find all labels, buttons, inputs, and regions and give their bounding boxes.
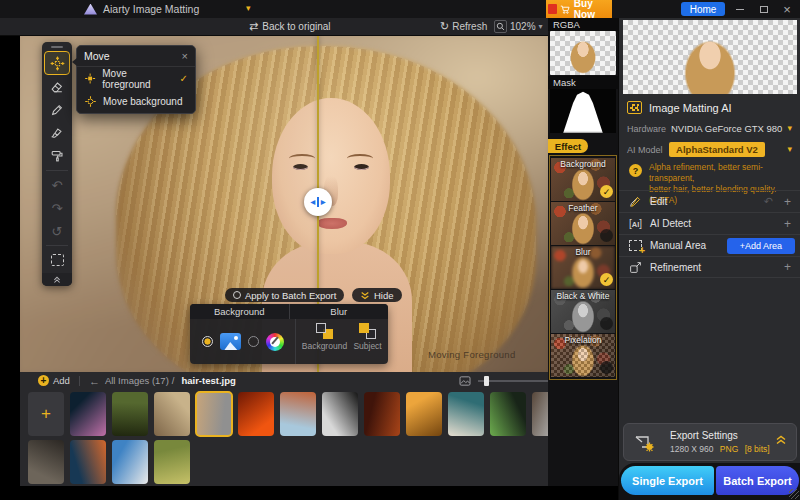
effect-item-background[interactable]: Background✓ (551, 158, 615, 201)
hide-panel-button[interactable]: Hide (352, 288, 402, 302)
move-tool-button[interactable] (44, 51, 70, 75)
edit-expand-icon[interactable] (784, 195, 791, 209)
mask-thumbnail[interactable] (550, 89, 616, 133)
app-menu-caret-icon[interactable]: ▾ (246, 3, 251, 13)
section-refinement[interactable]: Refinement (619, 256, 800, 278)
hardware-row: Hardware NVIDIA GeForce GTX 980 ▾ (619, 121, 800, 139)
breadcrumb-all-images[interactable]: All Images (17) (105, 375, 169, 386)
toolbar-drag-handle[interactable] (51, 46, 63, 48)
effect-item-feather[interactable]: Feather (551, 202, 615, 245)
undo-button[interactable]: ↶ (44, 174, 70, 196)
thumbnail-bicycle[interactable] (112, 392, 148, 436)
effect-checked-icon[interactable]: ✓ (600, 273, 613, 286)
effect-item-blur[interactable]: Blur✓ (551, 246, 615, 289)
resize-grip-icon[interactable] (789, 489, 799, 499)
ai-model-caret-icon[interactable]: ▾ (787, 144, 792, 154)
main-canvas[interactable]: ◂ ▸ ↶ ↷ (20, 36, 548, 372)
redo-icon: ↷ (52, 202, 63, 215)
compare-slider-handle[interactable]: ◂ ▸ (304, 188, 332, 216)
popup-close-icon[interactable]: × (182, 50, 188, 62)
back-to-original-button[interactable]: ⇄ Back to original (249, 20, 331, 33)
redo-button[interactable]: ↷ (44, 197, 70, 219)
rgba-thumbnail[interactable] (550, 31, 616, 75)
hardware-caret-icon[interactable]: ▾ (787, 123, 792, 133)
thumbnail-blue-orange-silhouette[interactable] (70, 440, 106, 484)
collapse-toolbar-button[interactable] (42, 273, 72, 286)
apply-to-batch-label: Apply to Batch Export (245, 290, 336, 301)
effect-unchecked-icon[interactable] (600, 317, 613, 330)
ai-detect-expand-icon[interactable] (784, 217, 791, 231)
thumbnail-jellyfish[interactable] (70, 392, 106, 436)
thumbnail-redhead-blue-shirt[interactable] (280, 392, 316, 436)
add-area-button[interactable]: +Add Area (727, 238, 795, 254)
add-image-icon[interactable]: + (38, 375, 49, 386)
background-color-radio[interactable] (248, 336, 259, 347)
thumbnail-green-necklace[interactable] (490, 392, 526, 436)
add-image-tile[interactable]: + (28, 392, 64, 436)
result-preview[interactable] (623, 20, 797, 94)
mode-watermark: Moving Foreground (428, 349, 515, 360)
eraser-tool-button[interactable] (44, 76, 70, 98)
apply-to-batch-button[interactable]: Apply to Batch Export (225, 288, 344, 302)
effect-label: Pixelation (551, 335, 615, 345)
zoom-control[interactable]: 102% ▾ (494, 20, 543, 33)
blur-subject-option[interactable]: Subject (353, 323, 381, 351)
marquee-tool-button[interactable] (44, 249, 70, 271)
roller-tool-button[interactable] (44, 145, 70, 167)
file-browser-header: + Add ← All Images (17) / hair-test.jpg (20, 372, 618, 389)
effect-label: Background (551, 159, 615, 169)
thumbnail-spider-web[interactable] (154, 440, 190, 484)
reset-button[interactable]: ↺ (44, 220, 70, 242)
close-button[interactable]: × (780, 2, 794, 16)
batch-export-button[interactable]: Batch Export (716, 466, 799, 495)
home-button[interactable]: Home (681, 2, 725, 16)
edit-undo-icon[interactable]: ↶ (764, 195, 773, 208)
background-image-icon[interactable] (220, 333, 241, 350)
thumbnail-dark-fire-scene[interactable] (364, 392, 400, 436)
thumbnail-floral-woman[interactable] (154, 392, 190, 436)
thumbnail-room-scene[interactable] (28, 440, 64, 484)
buy-now-button[interactable]: Buy Now (546, 0, 612, 18)
refinement-expand-icon[interactable] (784, 260, 791, 274)
thumbnail-golden-cat[interactable] (406, 392, 442, 436)
thumbnail-skateboarder[interactable] (112, 440, 148, 484)
export-size: 1280 X 960 (670, 444, 713, 454)
hardware-value[interactable]: NVIDIA GeForce GTX 980 (671, 123, 782, 134)
blur-background-option[interactable]: Background (302, 323, 347, 351)
app-window: Aiarty Image Matting ▾ Buy Now Home × ⇄ … (0, 0, 800, 500)
minimize-button[interactable] (733, 2, 747, 16)
effect-unchecked-icon[interactable] (600, 361, 613, 374)
section-manual-area[interactable]: Manual Area +Add Area (619, 234, 800, 256)
refresh-button[interactable]: ↻ Refresh (440, 20, 487, 33)
export-settings-box[interactable]: Export Settings 1280 X 960 PNG [8 bits] (623, 423, 797, 461)
effect-item-bw[interactable]: Black & White (551, 290, 615, 333)
image-grid: + (28, 392, 612, 484)
ai-model-value[interactable]: AlphaStandard V2 (669, 142, 765, 157)
effect-item-pixel[interactable]: Pixelation (551, 334, 615, 377)
right-panel: Image Matting AI Hardware NVIDIA GeForce… (618, 18, 800, 500)
effect-tab[interactable]: Effect (548, 139, 588, 153)
back-arrow-icon[interactable]: ← (89, 375, 100, 387)
background-image-radio[interactable] (202, 336, 213, 347)
thumbnail-hair-test[interactable] (196, 392, 232, 436)
help-icon (629, 164, 642, 177)
section-ai-detect[interactable]: AI AI Detect (619, 212, 800, 234)
marquee-icon (51, 254, 64, 266)
maximize-button[interactable] (757, 2, 771, 16)
color-picker-icon[interactable] (266, 333, 284, 351)
menu-item-move-foreground[interactable]: Move foreground ✓ (77, 67, 195, 90)
add-image-label[interactable]: Add (53, 375, 70, 386)
effect-checked-icon[interactable]: ✓ (600, 185, 613, 198)
sale-tag-icon (548, 4, 557, 14)
thumbnail-white-sculpture[interactable] (322, 392, 358, 436)
brush-tool-button[interactable] (44, 122, 70, 144)
thumbnail-woman-in-white[interactable] (448, 392, 484, 436)
menu-item-move-background[interactable]: Move background (77, 90, 195, 113)
pen-tool-button[interactable] (44, 99, 70, 121)
effect-unchecked-icon[interactable] (600, 229, 613, 242)
section-edit[interactable]: Edit ↶ (619, 190, 800, 212)
ai-model-row: AI Model AlphaStandard V2 ▾ (619, 142, 800, 160)
collapse-export-icon[interactable] (775, 435, 787, 445)
single-export-button[interactable]: Single Export (621, 466, 714, 495)
thumbnail-orange-silhouette[interactable] (238, 392, 274, 436)
